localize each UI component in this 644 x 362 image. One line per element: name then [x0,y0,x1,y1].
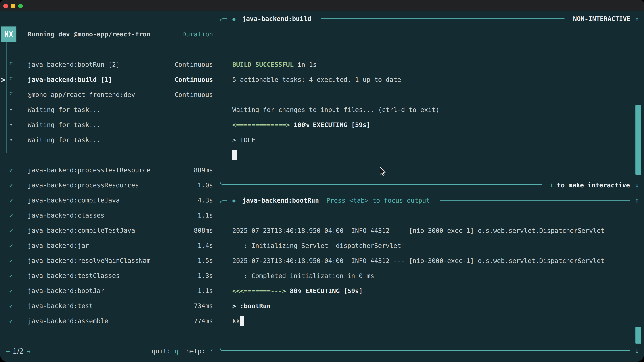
completed-task-row[interactable]: ✔ java-backend:jar 1.4s [0,238,220,253]
window-titlebar[interactable] [0,0,644,10]
task-name: java-backend:compileTestJava [28,227,135,234]
completed-task-row[interactable]: ✔ java-backend:compileTestJava 808ms [0,223,220,238]
build-summary: 5 actionable tasks: 4 executed, 1 up-to-… [232,76,401,83]
task-duration: 889ms [194,166,213,174]
task-name: java-backend:bootRun [2] [28,61,120,68]
idle-status: > IDLE [232,136,255,144]
build-result-time: in 1s [294,61,317,68]
task-list-footer: ← 1/2 → quit: q help: ? [0,344,220,359]
check-icon: ✔ [7,182,16,189]
bootrun-scrollbar-track[interactable] [638,208,640,327]
completed-task-row[interactable]: ✔ java-backend:test 734ms [0,298,220,313]
waiting-dot-icon: • [7,107,16,113]
task-duration: 774ms [194,317,213,325]
progress-bar: <=============> [232,121,290,129]
bootrun-input-line[interactable]: kk [232,314,632,329]
help-key-char: ? [209,348,213,355]
build-panel-title: java-backend:build [242,15,311,22]
task-row-selected[interactable]: > ⠋ java-backend:build [1] Continuous [0,72,220,87]
check-icon: ✔ [7,272,16,279]
task-name: java-backend:assemble [28,317,108,325]
task-name: java-backend:resolveMainClassNam [28,257,150,264]
zoom-button[interactable] [18,4,23,8]
empty-line [232,87,618,102]
idle-line: > IDLE [232,132,618,147]
task-duration: 1.5s [198,257,213,264]
completed-task-row[interactable]: ✔ java-backend:processResources 1.0s [0,178,220,193]
focus-output-hint: Press <tab> to focus output [326,197,430,204]
mouse-cursor [379,167,386,176]
cursor-line [232,147,618,163]
task-row-waiting[interactable]: • Waiting for task... [0,132,220,147]
bootrun-panel-header[interactable]: ● java-backend:bootRun Press <tab> to fo… [232,193,430,208]
close-button[interactable] [3,4,8,8]
quit-label: quit: [152,348,171,355]
bootrun-panel-header-line [440,200,630,201]
task-status: Continuous [174,61,213,68]
build-result: BUILD SUCCESSFUL [232,61,294,68]
completed-task-row[interactable]: ✔ java-backend:testClasses 1.3s [0,268,220,283]
build-panel-header[interactable]: ● java-backend:build [232,11,311,26]
task-duration: 1.0s [198,182,213,189]
page-next-arrow-icon[interactable]: → [26,348,30,355]
spinner-icon: ⠋ [7,91,16,98]
task-name: Waiting for task... [28,121,100,129]
task-duration: 1.3s [198,272,213,279]
gradle-task-prompt: > :bootRun [232,302,271,310]
build-panel-output: BUILD SUCCESSFUL in 1s 5 actionable task… [232,57,618,163]
bootrun-scroll-down-icon[interactable]: ↓ [635,343,639,358]
check-icon: ✔ [7,227,16,234]
task-name: java-backend:processResources [28,182,139,189]
minimize-button[interactable] [11,4,16,8]
task-row[interactable]: ⠋ java-backend:bootRun [2] Continuous [0,57,220,72]
terminal-window: NX Running dev @mono-app/react-fron Dura… [0,0,644,362]
build-summary-line: 5 actionable tasks: 4 executed, 1 up-to-… [232,72,618,87]
task-name: java-backend:build [1] [28,76,112,83]
completed-task-row[interactable]: ✔ java-backend:resolveMainClassNam 1.5s [0,253,220,268]
progress-status: 80% EXECUTING [59s] [286,287,363,295]
log-line: 2025-07-23T13:40:18.950-04:00 INFO 44312… [232,253,632,268]
task-duration: 1.1s [198,287,213,295]
keyboard-shortcuts: quit: q help: ? [152,348,213,355]
selected-chevron-icon: > [1,75,8,84]
waiting-dot-icon: • [7,137,16,143]
check-icon: ✔ [7,303,16,309]
completed-task-row[interactable]: ✔ java-backend:compileJava 4.3s [0,193,220,208]
completed-task-row[interactable]: ✔ java-backend:classes 1.1s [0,208,220,223]
spinner-icon: ⠋ [7,76,16,83]
build-scroll-down-icon[interactable]: ↓ [635,178,639,193]
bootrun-panel-output: 2025-07-23T13:40:18.950-04:00 INFO 44312… [232,223,632,329]
completed-task-row[interactable]: ✔ java-backend:bootJar 1.1s [0,283,220,298]
task-name: java-backend:testClasses [28,272,120,279]
quit-key-char: q [174,348,178,355]
log-line: : Initializing Servlet 'dispatcherServle… [232,238,632,253]
task-name: Waiting for task... [28,136,100,144]
help-label [178,348,186,355]
build-scrollbar-thumb[interactable] [636,105,641,175]
quit-key [171,348,174,355]
log-line: 2025-07-23T13:40:18.950-04:00 INFO 44312… [232,223,632,238]
help-label-text: help: [186,348,205,355]
check-icon: ✔ [7,287,16,294]
task-list-header: Running dev @mono-app/react-fron Duratio… [0,26,220,42]
bootrun-panel-corner [220,200,228,209]
task-row-waiting[interactable]: • Waiting for task... [0,117,220,132]
page-switcher: ← 1/2 → [6,347,30,355]
progress-bar: <<<=======---> [232,287,286,295]
task-duration: 1.1s [198,212,213,219]
task-name: java-backend:bootJar [28,287,104,295]
task-row-waiting[interactable]: • Waiting for task... [0,102,220,117]
completed-task-row[interactable]: ✔ java-backend:assemble 774ms [0,313,220,329]
page-indicator: 1/2 [12,347,24,355]
interactive-hint-key: i [550,182,553,189]
bootrun-scrollbar-thumb[interactable] [636,327,641,344]
task-row[interactable]: ⠋ @mono-app/react-frontend:dev Continuou… [0,87,220,102]
task-name: java-backend:jar [28,242,89,249]
bootrun-scroll-up-icon[interactable]: ↑ [635,193,639,208]
page-prev-arrow-icon[interactable]: ← [6,348,10,355]
task-bullet-icon: ● [232,198,236,203]
completed-task-row[interactable]: ✔ java-backend:processTestResource 889ms [0,163,220,178]
interactive-hint[interactable]: i to make interactive [550,178,630,193]
task-name: Waiting for task... [28,106,100,113]
build-panel-corner [220,18,228,27]
